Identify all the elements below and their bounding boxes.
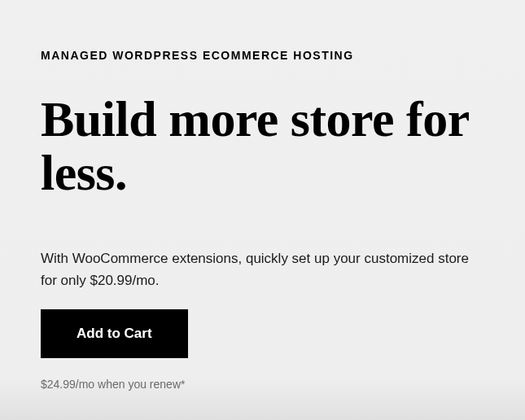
add-to-cart-button[interactable]: Add to Cart xyxy=(41,309,188,358)
eyebrow-label: MANAGED WORDPRESS ECOMMERCE HOSTING xyxy=(41,49,484,62)
hero-description: With WooCommerce extensions, quickly set… xyxy=(41,248,484,291)
page-headline: Build more store for less. xyxy=(41,93,484,199)
renewal-price-note: $24.99/mo when you renew* xyxy=(41,378,484,391)
